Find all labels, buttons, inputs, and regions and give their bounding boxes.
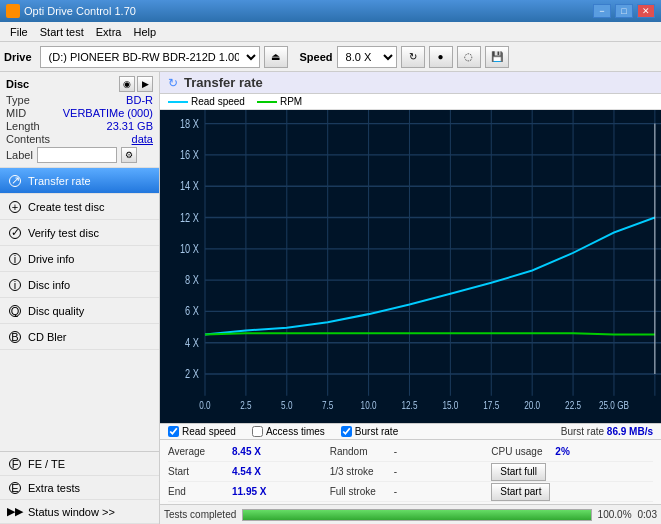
verify-test-disc-icon: ✓ bbox=[8, 226, 22, 240]
eject-button[interactable]: ⏏ bbox=[264, 46, 288, 68]
stats-area: Average 8.45 X Random - CPU usage 2% Sta… bbox=[160, 440, 661, 504]
burst-rate-label: Burst rate bbox=[561, 426, 604, 437]
svg-text:8 X: 8 X bbox=[185, 273, 199, 287]
left-panel: Disc ◉ ▶ Type BD-R MID VERBATIMe (000) L… bbox=[0, 72, 160, 524]
checkbox-access-times[interactable]: Access times bbox=[252, 426, 325, 437]
checkboxes-row: Read speed Access times Burst rate Burst… bbox=[160, 423, 661, 440]
nav-drive-info-label: Drive info bbox=[28, 253, 74, 265]
burn-button[interactable]: ● bbox=[429, 46, 453, 68]
drive-label: Drive bbox=[4, 51, 32, 63]
start-part-button[interactable]: Start part bbox=[491, 483, 550, 501]
disc-icon-2[interactable]: ▶ bbox=[137, 76, 153, 92]
nav-disc-quality[interactable]: Q Disc quality bbox=[0, 298, 159, 324]
legend-rpm: RPM bbox=[257, 96, 302, 107]
menu-extra[interactable]: Extra bbox=[90, 25, 128, 39]
stat-full-stroke-value: - bbox=[394, 486, 397, 497]
nav-verify-test-disc[interactable]: ✓ Verify test disc bbox=[0, 220, 159, 246]
nav-fe-te[interactable]: F FE / TE bbox=[0, 452, 159, 476]
drive-info-icon: i bbox=[8, 252, 22, 266]
menubar: File Start test Extra Help bbox=[0, 22, 661, 42]
titlebar: Opti Drive Control 1.70 − □ ✕ bbox=[0, 0, 661, 22]
legend-read-speed: Read speed bbox=[168, 96, 245, 107]
progress-status-label: Tests completed bbox=[164, 509, 236, 520]
refresh-button[interactable]: ↻ bbox=[401, 46, 425, 68]
status-section: F FE / TE E Extra tests ▶▶ Status window… bbox=[0, 451, 159, 524]
stats-row-2: Start 4.54 X 1/3 stroke - Start full bbox=[168, 462, 653, 482]
drive-select[interactable]: (D:) PIONEER BD-RW BDR-212D 1.00 bbox=[40, 46, 260, 68]
minimize-button[interactable]: − bbox=[593, 4, 611, 18]
svg-text:6 X: 6 X bbox=[185, 304, 199, 318]
disc-contents-value[interactable]: data bbox=[132, 133, 153, 145]
nav-status-window[interactable]: ▶▶ Status window >> bbox=[0, 500, 159, 524]
stat-end: End 11.95 X bbox=[168, 486, 330, 497]
disc-contents-row: Contents data bbox=[6, 133, 153, 145]
stat-end-value: 11.95 X bbox=[232, 486, 266, 497]
disc-contents-label: Contents bbox=[6, 133, 50, 145]
stat-start: Start 4.54 X bbox=[168, 466, 330, 477]
progress-percent: 100.0% bbox=[598, 509, 632, 520]
disc-length-value: 23.31 GB bbox=[107, 120, 153, 132]
nav-disc-info[interactable]: i Disc info bbox=[0, 272, 159, 298]
stats-row-3: End 11.95 X Full stroke - Start part bbox=[168, 482, 653, 502]
nav-cd-bler[interactable]: B CD Bler bbox=[0, 324, 159, 350]
access-times-checkbox-label: Access times bbox=[266, 426, 325, 437]
checkbox-burst-rate[interactable]: Burst rate bbox=[341, 426, 398, 437]
nav-extra-tests[interactable]: E Extra tests bbox=[0, 476, 159, 500]
start-full-button[interactable]: Start full bbox=[491, 463, 546, 481]
disc-icon-1[interactable]: ◉ bbox=[119, 76, 135, 92]
progress-bar-outer bbox=[242, 509, 591, 521]
stat-end-label: End bbox=[168, 486, 228, 497]
toolbar: Drive (D:) PIONEER BD-RW BDR-212D 1.00 ⏏… bbox=[0, 42, 661, 72]
close-button[interactable]: ✕ bbox=[637, 4, 655, 18]
disc-icons: ◉ ▶ bbox=[119, 76, 153, 92]
menu-file[interactable]: File bbox=[4, 25, 34, 39]
stat-start-value: 4.54 X bbox=[232, 466, 261, 477]
svg-text:16 X: 16 X bbox=[180, 148, 199, 162]
transfer-rate-icon: ↗ bbox=[8, 174, 22, 188]
maximize-button[interactable]: □ bbox=[615, 4, 633, 18]
burst-rate-value: 86.9 MB/s bbox=[607, 426, 653, 437]
speed-select[interactable]: 8.0 X bbox=[337, 46, 397, 68]
disc-label-button[interactable]: ⚙ bbox=[121, 147, 137, 163]
extra-tests-icon: E bbox=[8, 481, 22, 495]
stat-start-label: Start bbox=[168, 466, 228, 477]
disc-mid-value: VERBATIMe (000) bbox=[63, 107, 153, 119]
svg-text:7.5: 7.5 bbox=[322, 399, 333, 411]
disc-length-row: Length 23.31 GB bbox=[6, 120, 153, 132]
stat-cpu-label: CPU usage bbox=[491, 446, 551, 457]
svg-text:10.0: 10.0 bbox=[361, 399, 377, 411]
svg-rect-0 bbox=[160, 110, 661, 423]
svg-text:12 X: 12 X bbox=[180, 210, 199, 224]
erase-button[interactable]: ◌ bbox=[457, 46, 481, 68]
create-test-disc-icon: + bbox=[8, 200, 22, 214]
disc-mid-label: MID bbox=[6, 107, 26, 119]
disc-type-row: Type BD-R bbox=[6, 94, 153, 106]
legend-rpm-label: RPM bbox=[280, 96, 302, 107]
right-panel: ↻ Transfer rate Read speed RPM bbox=[160, 72, 661, 524]
nav-create-test-disc[interactable]: + Create test disc bbox=[0, 194, 159, 220]
access-times-checkbox[interactable] bbox=[252, 426, 263, 437]
disc-section: Disc ◉ ▶ Type BD-R MID VERBATIMe (000) L… bbox=[0, 72, 159, 168]
nav-drive-info[interactable]: i Drive info bbox=[0, 246, 159, 272]
burst-rate-display: Burst rate 86.9 MB/s bbox=[561, 426, 653, 437]
stat-third-stroke-label: 1/3 stroke bbox=[330, 466, 390, 477]
nav-transfer-rate-label: Transfer rate bbox=[28, 175, 91, 187]
menu-start-test[interactable]: Start test bbox=[34, 25, 90, 39]
speed-label: Speed bbox=[300, 51, 333, 63]
progress-time: 0:03 bbox=[638, 509, 657, 520]
read-speed-checkbox[interactable] bbox=[168, 426, 179, 437]
menu-help[interactable]: Help bbox=[127, 25, 162, 39]
save-button[interactable]: 💾 bbox=[485, 46, 509, 68]
burst-rate-checkbox[interactable] bbox=[341, 426, 352, 437]
nav-disc-quality-label: Disc quality bbox=[28, 305, 84, 317]
stat-random-value: - bbox=[394, 446, 397, 457]
checkbox-read-speed[interactable]: Read speed bbox=[168, 426, 236, 437]
disc-type-value: BD-R bbox=[126, 94, 153, 106]
stat-random-label: Random bbox=[330, 446, 390, 457]
svg-text:17.5: 17.5 bbox=[483, 399, 499, 411]
disc-label-input[interactable] bbox=[37, 147, 117, 163]
nav-create-test-disc-label: Create test disc bbox=[28, 201, 104, 213]
nav-extra-tests-label: Extra tests bbox=[28, 482, 80, 494]
svg-text:25.0 GB: 25.0 GB bbox=[599, 399, 629, 411]
nav-transfer-rate[interactable]: ↗ Transfer rate bbox=[0, 168, 159, 194]
